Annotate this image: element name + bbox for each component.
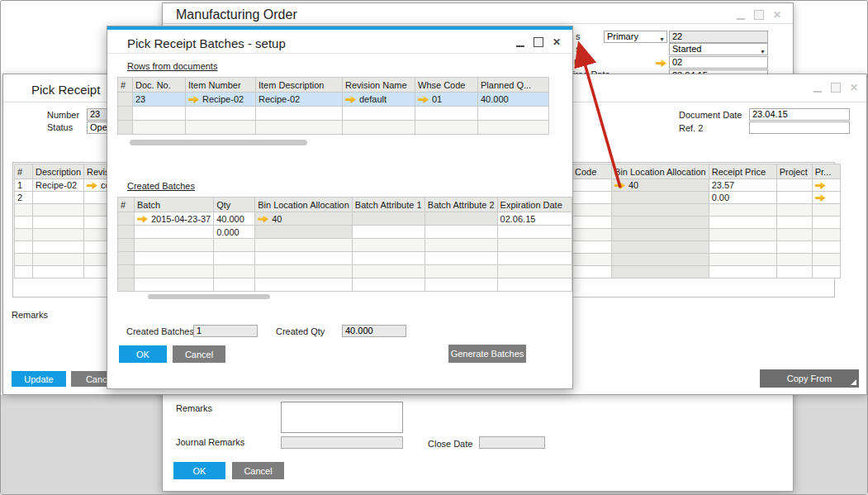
grid-cell[interactable] xyxy=(497,226,572,239)
grid-cell[interactable] xyxy=(812,229,840,241)
column-header[interactable]: Receipt Price xyxy=(709,164,776,179)
grid-cell[interactable] xyxy=(776,254,812,266)
grid-cell[interactable] xyxy=(33,192,84,204)
mo-ok-button[interactable]: OK xyxy=(173,462,225,479)
grid-cell[interactable]: default xyxy=(343,93,415,107)
grid-cell[interactable] xyxy=(118,265,135,278)
grid-cell[interactable] xyxy=(118,278,135,292)
mo-series-dropdown[interactable]: Primary▼ xyxy=(604,31,667,43)
minimize-icon[interactable] xyxy=(737,12,745,20)
grid-cell[interactable] xyxy=(478,121,549,135)
grid-cell[interactable] xyxy=(612,229,709,241)
grid-cell[interactable] xyxy=(497,265,572,278)
grid-cell[interactable] xyxy=(709,266,776,278)
grid-cell[interactable] xyxy=(135,239,214,252)
column-header[interactable]: Item Number xyxy=(186,78,256,93)
grid-cell[interactable] xyxy=(776,266,812,278)
grid-cell[interactable] xyxy=(255,252,353,265)
grid-cell[interactable] xyxy=(572,241,612,254)
pr-document-date-field[interactable]: 23.04.15 xyxy=(749,108,850,121)
grid-cell[interactable] xyxy=(812,254,840,266)
grid-cell[interactable] xyxy=(256,107,343,121)
batches-grid-scrollbar[interactable] xyxy=(148,294,270,299)
mo-link-field[interactable]: 02 xyxy=(669,56,768,69)
grid-cell[interactable] xyxy=(612,241,709,254)
grid-cell[interactable] xyxy=(343,121,415,135)
grid-row[interactable]: 0.000 xyxy=(118,226,572,239)
grid-cell[interactable] xyxy=(709,241,776,254)
grid-row[interactable] xyxy=(118,278,572,292)
grid-cell[interactable] xyxy=(15,229,33,241)
grid-cell[interactable] xyxy=(352,278,425,292)
grid-cell[interactable] xyxy=(709,204,776,217)
pr-update-button[interactable]: Update xyxy=(12,371,66,387)
grid-cell[interactable] xyxy=(572,229,612,241)
mo-journal-remarks-field[interactable] xyxy=(281,436,403,449)
grid-cell[interactable] xyxy=(776,192,812,204)
grid-cell[interactable] xyxy=(612,204,709,217)
grid-cell[interactable] xyxy=(709,217,776,229)
grid-cell[interactable]: Recipe-02 xyxy=(256,93,343,107)
grid-cell[interactable] xyxy=(118,93,133,107)
grid-cell[interactable] xyxy=(612,254,709,266)
grid-cell[interactable] xyxy=(572,179,612,192)
link-arrow-icon[interactable] xyxy=(815,182,826,189)
grid-cell[interactable] xyxy=(776,217,812,229)
grid-row[interactable] xyxy=(572,204,841,217)
column-header[interactable]: Bin Location Allocation xyxy=(255,198,353,212)
grid-cell[interactable] xyxy=(572,217,612,229)
grid-row[interactable] xyxy=(572,266,841,278)
grid-cell[interactable] xyxy=(33,204,84,217)
grid-cell[interactable] xyxy=(812,217,840,229)
grid-cell[interactable] xyxy=(415,107,478,121)
grid-cell[interactable] xyxy=(812,266,840,278)
pr-ref2-field[interactable] xyxy=(749,121,850,134)
maximize-icon[interactable] xyxy=(754,10,764,20)
link-arrow-icon[interactable] xyxy=(656,59,666,67)
grid-cell[interactable] xyxy=(118,226,135,239)
grid-cell[interactable] xyxy=(255,226,353,239)
grid-cell[interactable] xyxy=(425,278,497,292)
grid-row[interactable]: 2015-04-23-3740.0004002.06.15 xyxy=(118,212,572,226)
grid-cell[interactable] xyxy=(497,252,572,265)
grid-cell[interactable]: 23 xyxy=(133,93,186,107)
grid-cell[interactable] xyxy=(33,217,84,229)
grid-cell[interactable] xyxy=(256,121,343,135)
grid-cell[interactable]: 0.00 xyxy=(709,192,776,204)
grid-cell[interactable] xyxy=(118,252,135,265)
grid-cell[interactable] xyxy=(776,229,812,241)
column-header[interactable]: # xyxy=(118,198,135,212)
grid-cell[interactable] xyxy=(776,241,812,254)
grid-cell[interactable] xyxy=(415,121,478,135)
grid-cell[interactable] xyxy=(812,179,840,192)
grid-cell[interactable] xyxy=(15,204,33,217)
grid-cell[interactable] xyxy=(118,239,135,252)
grid-cell[interactable] xyxy=(352,226,425,239)
link-arrow-icon[interactable] xyxy=(137,216,148,223)
grid-row[interactable] xyxy=(118,107,549,121)
mo-status-dropdown[interactable]: Started▼ xyxy=(669,43,768,55)
link-arrow-icon[interactable] xyxy=(87,182,97,189)
column-header[interactable]: Bin Location Allocation xyxy=(612,164,709,179)
grid-row[interactable]: 23Recipe-02Recipe-02default0140.000 xyxy=(118,93,549,107)
grid-cell[interactable] xyxy=(135,278,214,292)
mo-cancel-button[interactable]: Cancel xyxy=(232,462,284,479)
grid-cell[interactable]: 40.000 xyxy=(478,93,549,107)
grid-cell[interactable] xyxy=(352,212,425,226)
grid-cell[interactable] xyxy=(214,252,255,265)
grid-row[interactable] xyxy=(572,254,841,266)
grid-cell[interactable] xyxy=(214,239,255,252)
grid-row[interactable] xyxy=(118,239,572,252)
grid-cell[interactable] xyxy=(425,226,497,239)
grid-cell[interactable] xyxy=(133,107,186,121)
grid-cell[interactable] xyxy=(15,217,33,229)
grid-cell[interactable] xyxy=(33,266,84,278)
maximize-icon[interactable] xyxy=(831,83,841,93)
grid-cell[interactable] xyxy=(15,266,33,278)
link-arrow-icon[interactable] xyxy=(614,182,625,189)
grid-cell[interactable] xyxy=(572,254,612,266)
grid-cell[interactable] xyxy=(612,192,709,204)
close-icon[interactable]: ✕ xyxy=(553,37,561,47)
grid-cell[interactable]: 1 xyxy=(15,179,33,192)
grid-cell[interactable] xyxy=(352,265,425,278)
